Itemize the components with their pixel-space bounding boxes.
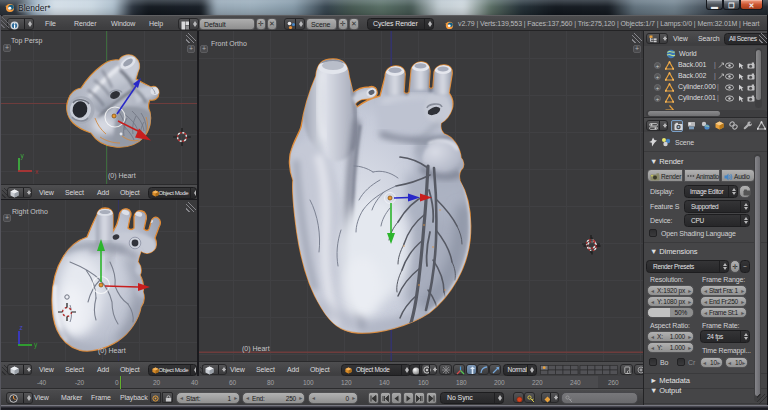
svg-text:y: y [21,153,25,160]
svg-text:z: z [20,324,23,331]
svg-text:x: x [35,168,39,175]
svg-text:y: y [34,341,38,349]
